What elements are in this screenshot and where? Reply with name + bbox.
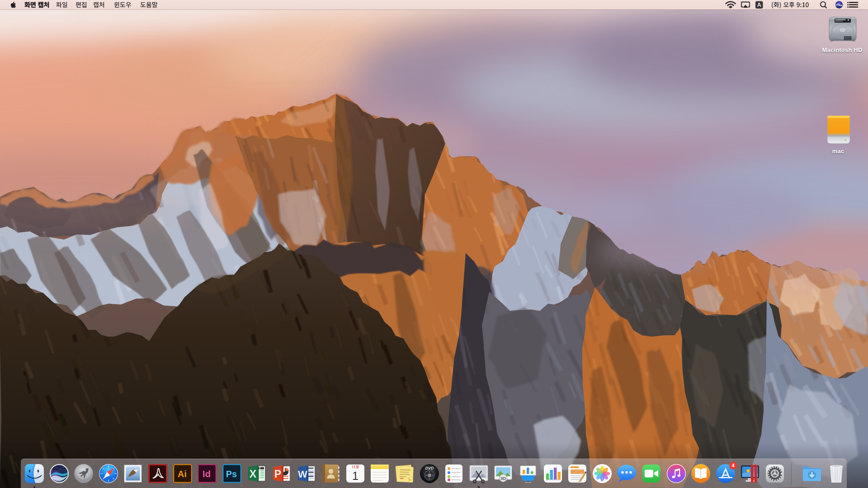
svg-text:3D: 3D (500, 476, 506, 481)
svg-text:1: 1 (352, 469, 359, 482)
svg-text:DVD: DVD (425, 466, 434, 470)
svg-text:Ps: Ps (226, 469, 237, 479)
svg-text:A: A (757, 2, 761, 8)
svg-text:Id: Id (203, 469, 211, 479)
svg-text:X: X (250, 468, 257, 480)
svg-text:W: W (298, 469, 307, 480)
svg-text:P: P (274, 468, 281, 480)
svg-text:Ai: Ai (178, 469, 187, 479)
